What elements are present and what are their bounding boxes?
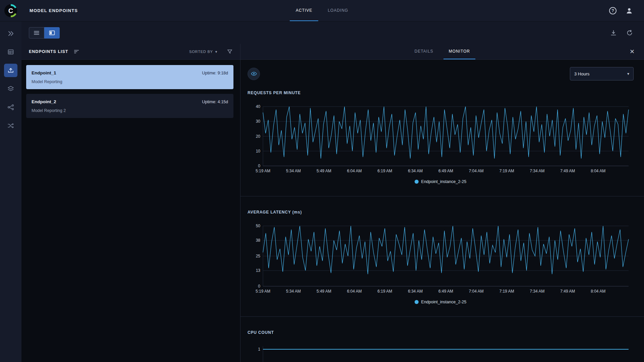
filter-button[interactable]	[227, 49, 233, 55]
download-button[interactable]	[610, 29, 617, 37]
svg-text:6:19 AM: 6:19 AM	[377, 289, 392, 294]
svg-text:6:04 AM: 6:04 AM	[347, 169, 362, 173]
endpoint-card-1[interactable]: Endpoint_1 Uptime: 9:18d Model Reporting	[26, 65, 233, 89]
chart-title-cpu: CPU COUNT	[248, 330, 644, 335]
svg-text:6:34 AM: 6:34 AM	[408, 169, 423, 173]
latency-chart-section: AVERAGE LATENCY (ms) 0132538505:19 AM5:3…	[240, 196, 644, 316]
svg-text:0: 0	[258, 284, 260, 289]
monitor-body: 3 Hours ▾ REQUESTS PER MINUTE 0102030405…	[240, 60, 644, 362]
endpoint-uptime: Uptime: 4:15d	[202, 100, 228, 104]
svg-text:C: C	[8, 7, 13, 14]
app-logo[interactable]: C	[0, 4, 21, 17]
svg-text:5:34 AM: 5:34 AM	[286, 169, 301, 173]
auto-refresh-button[interactable]	[626, 29, 633, 37]
svg-text:7:34 AM: 7:34 AM	[530, 289, 544, 294]
topbar-actions: ?	[609, 7, 644, 15]
eye-icon	[251, 70, 257, 77]
detail-panel-header: DETAILS MONITOR ✕	[240, 44, 644, 60]
tab-details[interactable]: DETAILS	[409, 44, 439, 59]
cpu-chart-section: CPU COUNT 15:19 AM5:34 AM5:49 AM6:04 AM6…	[240, 316, 644, 362]
model-endpoints-icon	[7, 67, 14, 74]
svg-text:7:49 AM: 7:49 AM	[560, 289, 575, 294]
layers-icon	[7, 85, 14, 93]
svg-text:20: 20	[256, 134, 261, 139]
detail-tabs: DETAILS MONITOR	[409, 44, 476, 59]
help-button[interactable]: ?	[609, 7, 616, 14]
question-icon: ?	[611, 8, 614, 13]
tab-monitor[interactable]: MONITOR	[443, 44, 475, 59]
filter-icon	[227, 49, 233, 55]
avatar-button[interactable]	[625, 7, 633, 15]
user-icon	[625, 7, 633, 15]
sidebar-item-models[interactable]	[4, 82, 17, 96]
endpoints-list: Endpoint_1 Uptime: 9:18d Model Reporting…	[21, 60, 240, 362]
projects-icon	[7, 30, 14, 37]
table-view-icon	[33, 29, 40, 36]
sidebar-item-datasets[interactable]	[4, 45, 17, 59]
svg-text:6:04 AM: 6:04 AM	[347, 289, 362, 294]
close-panel-button[interactable]: ✕	[628, 48, 637, 55]
svg-text:5:49 AM: 5:49 AM	[317, 289, 331, 294]
chart-title-latency: AVERAGE LATENCY (ms)	[248, 210, 644, 215]
tab-loading[interactable]: LOADING	[322, 0, 354, 21]
clearml-logo-icon: C	[4, 4, 17, 17]
svg-text:1: 1	[258, 347, 260, 352]
split-view-button[interactable]	[44, 27, 60, 39]
table-view-button[interactable]	[29, 27, 44, 39]
svg-text:7:04 AM: 7:04 AM	[469, 169, 484, 173]
cpu-chart[interactable]: 15:19 AM5:34 AM5:49 AM6:04 AM6:19 AM6:34…	[248, 344, 644, 362]
tab-active[interactable]: ACTIVE	[290, 0, 318, 21]
sorted-by-dropdown[interactable]: SORTED BY ▾	[189, 50, 217, 54]
svg-text:13: 13	[256, 268, 261, 273]
pipelines-icon	[7, 104, 14, 111]
svg-text:7:49 AM: 7:49 AM	[560, 169, 575, 173]
chart-legend[interactable]: Endpoint_instance_2-25	[248, 179, 633, 184]
time-range-value: 3 Hours	[574, 71, 590, 76]
svg-text:38: 38	[256, 238, 261, 243]
sidebar-item-projects[interactable]	[4, 27, 17, 40]
svg-text:30: 30	[256, 119, 261, 124]
detail-panel: DETAILS MONITOR ✕	[240, 44, 644, 362]
chart-legend[interactable]: Endpoint_instance_2-25	[248, 300, 633, 304]
chevron-down-icon: ▾	[627, 71, 629, 76]
sidebar	[0, 21, 21, 362]
svg-text:6:49 AM: 6:49 AM	[438, 289, 453, 294]
legend-color-dot	[415, 180, 419, 184]
toolbar	[21, 21, 644, 44]
legend-series-label: Endpoint_instance_2-25	[421, 300, 467, 304]
requests-chart-section: REQUESTS PER MINUTE 0102030405:19 AM5:34…	[240, 90, 644, 196]
svg-text:7:04 AM: 7:04 AM	[469, 289, 484, 294]
page-title: MODEL ENDPOINTS	[30, 8, 78, 13]
svg-text:7:19 AM: 7:19 AM	[499, 169, 514, 173]
top-tabs: ACTIVE LOADING	[290, 0, 354, 21]
endpoint-card-2[interactable]: Endpoint_2 Uptime: 4:15d Model Reporting…	[26, 94, 233, 118]
monitor-controls: 3 Hours ▾	[240, 60, 644, 80]
svg-text:50: 50	[256, 224, 261, 228]
svg-text:5:19 AM: 5:19 AM	[256, 289, 270, 294]
svg-text:10: 10	[256, 149, 261, 154]
svg-text:6:19 AM: 6:19 AM	[377, 169, 392, 173]
endpoint-uptime: Uptime: 9:18d	[202, 71, 228, 75]
close-icon: ✕	[630, 48, 635, 55]
sidebar-item-workers[interactable]	[4, 119, 17, 132]
svg-text:5:34 AM: 5:34 AM	[286, 289, 301, 294]
toggle-visibility-button[interactable]	[248, 68, 260, 80]
chart-title-requests: REQUESTS PER MINUTE	[248, 90, 644, 95]
sidebar-item-pipelines[interactable]	[4, 101, 17, 114]
workers-icon	[7, 122, 14, 129]
sidebar-item-model-endpoints[interactable]	[4, 64, 17, 77]
svg-text:8:04 AM: 8:04 AM	[591, 289, 605, 294]
svg-text:40: 40	[256, 105, 261, 109]
svg-text:7:34 AM: 7:34 AM	[530, 169, 544, 173]
endpoint-name: Endpoint_2	[32, 99, 56, 104]
top-header: C MODEL ENDPOINTS ACTIVE LOADING ?	[0, 0, 644, 21]
tune-button[interactable]	[73, 49, 79, 55]
svg-text:5:19 AM: 5:19 AM	[256, 169, 270, 173]
latency-chart[interactable]: 0132538505:19 AM5:34 AM5:49 AM6:04 AM6:1…	[248, 224, 644, 296]
requests-chart[interactable]: 0102030405:19 AM5:34 AM5:49 AM6:04 AM6:1…	[248, 105, 644, 176]
tune-icon	[73, 49, 79, 55]
time-range-select[interactable]: 3 Hours ▾	[570, 67, 634, 80]
endpoints-list-title: ENDPOINTS LIST	[29, 49, 68, 54]
svg-text:25: 25	[256, 254, 261, 258]
endpoint-model: Model Reporting 2	[32, 108, 228, 113]
